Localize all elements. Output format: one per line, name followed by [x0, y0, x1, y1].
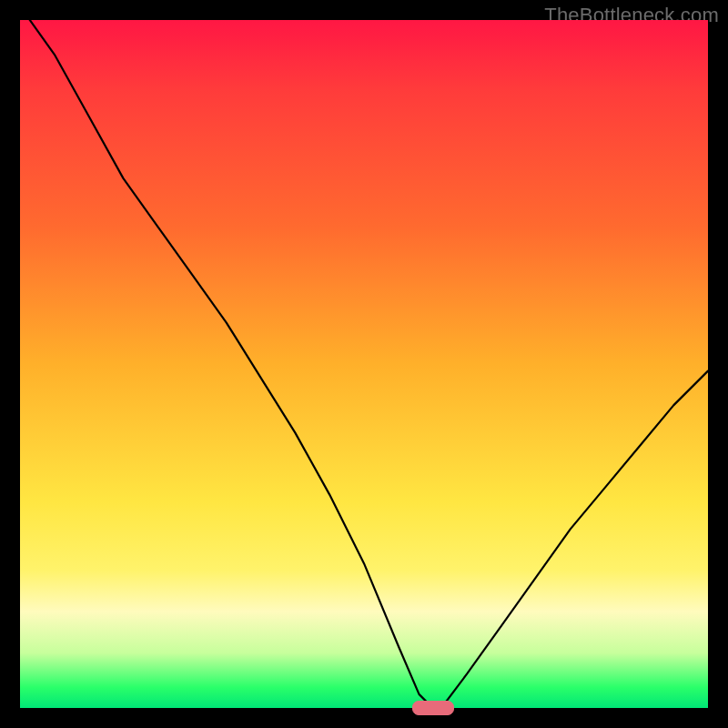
chart-frame: TheBottleneck.com — [0, 0, 728, 728]
curve-svg — [20, 20, 708, 708]
bottleneck-curve-path — [20, 20, 708, 708]
optimal-point-marker — [412, 701, 454, 715]
plot-area — [20, 20, 708, 708]
